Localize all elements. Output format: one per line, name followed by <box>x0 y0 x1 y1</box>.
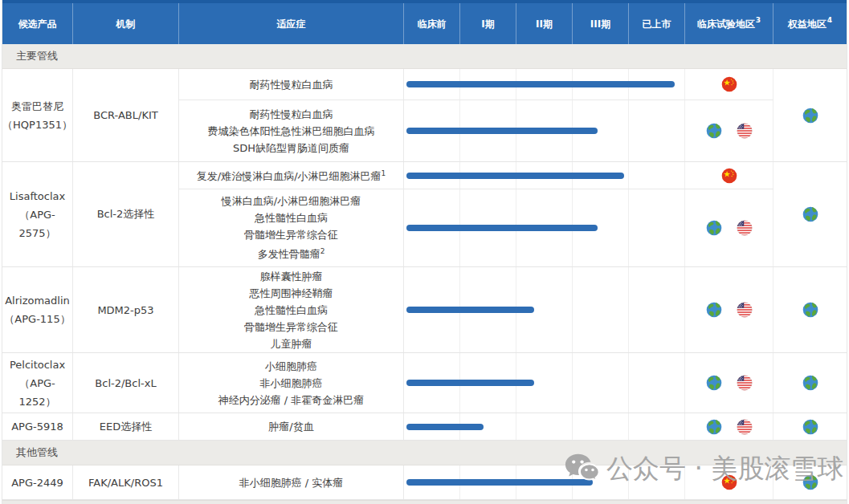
product-name: APG-5918 <box>11 417 63 436</box>
indication-cell: 肿瘤/贫血 <box>179 413 404 440</box>
indication-text: 慢淋白血病/小淋巴细胞淋巴瘤 <box>222 193 361 209</box>
indication-text: 腺样囊性肿瘤 <box>260 268 323 285</box>
trial-regions-cell <box>685 267 773 352</box>
china-flag-icon <box>721 168 737 184</box>
header-label: 临床前 <box>418 18 447 30</box>
trial-regions-cell <box>685 353 773 413</box>
progress-bar <box>406 173 624 179</box>
us-flag-icon <box>737 123 753 139</box>
us-flag-icon <box>737 302 753 318</box>
indication-text: 多发性骨髓瘤2 <box>258 243 325 262</box>
mechanism-cell: Bcl-2/Bcl-xL <box>73 353 179 413</box>
product-name: 奥雷巴替尼 <box>11 97 63 116</box>
header-preclinical: 临床前 <box>404 3 460 44</box>
indication-text: 急性髓性白血病 <box>255 302 328 319</box>
rights-regions-cell <box>773 465 847 499</box>
indication-cell: 复发/难治慢淋白血病/小淋巴细胞淋巴瘤1 <box>179 162 404 189</box>
pipeline-row: APG-5918EED选择性肿瘤/贫血 <box>2 413 847 441</box>
indication-row: 肿瘤/贫血 <box>179 413 773 440</box>
us-flag-icon <box>737 375 753 391</box>
progress-bar <box>406 307 534 313</box>
header-label: 临床试验地区 <box>697 18 755 30</box>
indication-row: 复发/难治慢淋白血病/小淋巴细胞淋巴瘤1 <box>179 162 773 189</box>
product-cell: Alrizomadlin（APG-115） <box>2 267 73 352</box>
product-code: （HQP1351） <box>2 116 72 134</box>
indication-row: 慢淋白血病/小淋巴细胞淋巴瘤急性髓性白血病骨髓增生异常综合征多发性骨髓瘤2 <box>179 189 773 266</box>
phase-cell <box>629 162 685 189</box>
product-cell: 奥雷巴替尼（HQP1351） <box>2 69 73 161</box>
phase-track <box>404 267 685 352</box>
indication-text: 神经内分泌瘤 / 非霍奇金淋巴瘤 <box>218 392 365 408</box>
header-label: II期 <box>536 18 553 30</box>
footnote-marker: 4 <box>827 17 832 24</box>
globe-icon <box>802 375 818 391</box>
globe-icon <box>706 419 722 435</box>
globe-icon <box>706 375 722 391</box>
globe-icon <box>802 474 818 490</box>
trial-regions-cell <box>685 413 773 440</box>
header-indication: 适应症 <box>179 3 404 44</box>
header-rights-regions: 权益地区4 <box>773 3 847 44</box>
phase-cell <box>516 413 573 440</box>
progress-bar <box>406 479 593 486</box>
mechanism-cell: FAK/ALK/ROS1 <box>73 465 179 499</box>
header-label: 已上市 <box>643 18 671 30</box>
header-phase2: II期 <box>516 3 573 44</box>
pipeline-row: APG-2449FAK/ALK/ROS1非小细胞肺癌 / 实体瘤 <box>2 465 847 500</box>
phase-track <box>404 465 685 499</box>
next-section-strip <box>2 500 847 504</box>
trial-regions-cell <box>685 100 773 161</box>
product-name: APG-2449 <box>11 474 63 492</box>
indication-text: 急性髓性白血病 <box>255 209 328 226</box>
phase-cell <box>629 465 685 499</box>
footnote-marker: 3 <box>756 17 761 24</box>
product-name: Pelcitoclax <box>10 356 65 374</box>
header-marketed: 已上市 <box>629 3 685 44</box>
indication-subrows: 非小细胞肺癌 / 实体瘤 <box>179 465 773 499</box>
us-flag-icon <box>737 220 753 236</box>
mechanism-cell: BCR-ABL/KIT <box>73 69 179 161</box>
indication-text: 小细胞肺癌 <box>265 358 317 375</box>
indication-text: 耐药性慢粒白血病 <box>250 76 333 93</box>
section-band: 其他管线 <box>2 441 847 465</box>
indication-text: 复发/难治慢淋白血病/小淋巴细胞淋巴瘤1 <box>197 165 386 185</box>
mechanism-cell: Bcl-2选择性 <box>73 162 179 266</box>
product-cell: APG-2449 <box>2 465 73 499</box>
indication-cell: 腺样囊性肿瘤恶性周围神经鞘瘤急性髓性白血病骨髓增生异常综合征儿童肿瘤 <box>179 267 404 352</box>
china-flag-icon <box>721 76 737 92</box>
phase-track <box>404 69 685 100</box>
phase-cell <box>629 267 685 352</box>
phase-track <box>404 100 685 161</box>
product-name: Alrizomadlin <box>5 291 70 310</box>
pipeline-row: Lisaftoclax（APG-2575）Bcl-2选择性复发/难治慢淋白血病/… <box>2 162 847 267</box>
indication-row: 耐药性慢粒白血病费城染色体阳性急性淋巴细胞白血病SDH缺陷型胃肠道间质瘤 <box>179 100 773 161</box>
product-code: （APG-1252） <box>2 374 72 411</box>
indication-text: 非小细胞肺癌 <box>260 375 323 392</box>
progress-bar <box>406 81 675 87</box>
indication-subrows: 耐药性慢粒白血病耐药性慢粒白血病费城染色体阳性急性淋巴细胞白血病SDH缺陷型胃肠… <box>179 69 773 161</box>
progress-bar <box>406 380 534 386</box>
header-phase1: I期 <box>460 3 516 44</box>
indication-subrows: 肿瘤/贫血 <box>179 413 773 440</box>
globe-icon <box>802 419 818 435</box>
globe-icon <box>802 206 818 222</box>
mechanism-cell: EED选择性 <box>73 413 179 440</box>
indication-text: 耐药性慢粒白血病 <box>250 106 333 123</box>
phase-track <box>404 189 685 266</box>
trial-regions-cell <box>685 189 773 266</box>
product-cell: Pelcitoclax（APG-1252） <box>2 353 73 413</box>
globe-icon <box>802 302 818 318</box>
footnote-marker: 2 <box>320 247 325 255</box>
pipeline-row: Pelcitoclax（APG-1252）Bcl-2/Bcl-xL小细胞肺癌非小… <box>2 353 847 413</box>
globe-icon <box>706 220 722 236</box>
rights-regions-cell <box>773 353 847 413</box>
indication-text: 骨髓增生异常综合征 <box>244 226 338 243</box>
section-title: 其他管线 <box>16 445 58 460</box>
product-cell: Lisaftoclax（APG-2575） <box>2 162 73 266</box>
phase-track <box>404 413 685 440</box>
indication-row: 腺样囊性肿瘤恶性周围神经鞘瘤急性髓性白血病骨髓增生异常综合征儿童肿瘤 <box>179 267 773 352</box>
rights-regions-cell <box>773 162 847 266</box>
header-label: I期 <box>481 18 494 30</box>
table-header: 候选产品机制适应症临床前I期II期III期已上市临床试验地区3权益地区4 <box>2 0 847 44</box>
trial-regions-cell <box>685 465 773 499</box>
